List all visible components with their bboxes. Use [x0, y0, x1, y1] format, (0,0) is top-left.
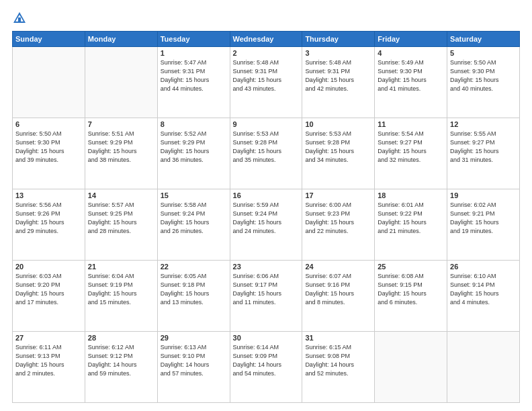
day-number: 4 — [378, 49, 444, 57]
day-number: 7 — [88, 120, 154, 128]
cell-info: Sunrise: 5:55 AM Sunset: 9:27 PM Dayligh… — [450, 130, 517, 165]
day-number: 18 — [378, 191, 444, 199]
calendar-cell: 2Sunrise: 5:48 AM Sunset: 9:31 PM Daylig… — [230, 47, 302, 118]
cell-info: Sunrise: 6:13 AM Sunset: 9:10 PM Dayligh… — [161, 343, 227, 378]
calendar-cell: 20Sunrise: 6:03 AM Sunset: 9:20 PM Dayli… — [13, 261, 85, 332]
cell-info: Sunrise: 6:08 AM Sunset: 9:15 PM Dayligh… — [378, 272, 444, 307]
day-number: 21 — [88, 263, 154, 271]
day-header: Sunday — [13, 32, 85, 47]
calendar-cell: 26Sunrise: 6:10 AM Sunset: 9:14 PM Dayli… — [447, 261, 520, 332]
calendar-cell: 9Sunrise: 5:53 AM Sunset: 9:28 PM Daylig… — [230, 118, 302, 189]
calendar-cell: 3Sunrise: 5:48 AM Sunset: 9:31 PM Daylig… — [302, 47, 375, 118]
logo — [12, 11, 28, 26]
calendar-cell: 31Sunrise: 6:15 AM Sunset: 9:08 PM Dayli… — [302, 332, 375, 403]
day-header: Thursday — [302, 32, 375, 47]
calendar-cell: 15Sunrise: 5:58 AM Sunset: 9:24 PM Dayli… — [157, 189, 230, 261]
calendar-cell: 14Sunrise: 5:57 AM Sunset: 9:25 PM Dayli… — [85, 189, 157, 261]
calendar-cell — [13, 47, 85, 118]
day-number: 12 — [450, 120, 517, 128]
cell-info: Sunrise: 5:49 AM Sunset: 9:30 PM Dayligh… — [378, 58, 444, 93]
day-number: 25 — [378, 263, 444, 271]
calendar-cell: 1Sunrise: 5:47 AM Sunset: 9:31 PM Daylig… — [157, 47, 230, 118]
day-header: Friday — [375, 32, 447, 47]
calendar-cell: 22Sunrise: 6:05 AM Sunset: 9:18 PM Dayli… — [157, 261, 230, 332]
day-header: Tuesday — [157, 32, 230, 47]
cell-info: Sunrise: 6:12 AM Sunset: 9:12 PM Dayligh… — [88, 343, 154, 378]
day-header: Monday — [85, 32, 157, 47]
cell-info: Sunrise: 6:03 AM Sunset: 9:20 PM Dayligh… — [15, 272, 82, 307]
day-header: Saturday — [447, 32, 520, 47]
calendar-cell: 23Sunrise: 6:06 AM Sunset: 9:17 PM Dayli… — [230, 261, 302, 332]
cell-info: Sunrise: 6:01 AM Sunset: 9:22 PM Dayligh… — [378, 201, 444, 236]
day-number: 1 — [161, 49, 227, 57]
calendar-cell: 16Sunrise: 5:59 AM Sunset: 9:24 PM Dayli… — [230, 189, 302, 261]
cell-info: Sunrise: 5:56 AM Sunset: 9:26 PM Dayligh… — [15, 201, 82, 236]
cell-info: Sunrise: 5:58 AM Sunset: 9:24 PM Dayligh… — [161, 201, 227, 236]
calendar-cell: 30Sunrise: 6:14 AM Sunset: 9:09 PM Dayli… — [230, 332, 302, 403]
cell-info: Sunrise: 5:50 AM Sunset: 9:30 PM Dayligh… — [15, 130, 82, 165]
calendar-cell: 19Sunrise: 6:02 AM Sunset: 9:21 PM Dayli… — [447, 189, 520, 261]
day-number: 11 — [378, 120, 444, 128]
day-number: 8 — [161, 120, 227, 128]
cell-info: Sunrise: 6:02 AM Sunset: 9:21 PM Dayligh… — [450, 201, 517, 236]
calendar-cell — [375, 332, 447, 403]
calendar-cell: 21Sunrise: 6:04 AM Sunset: 9:19 PM Dayli… — [85, 261, 157, 332]
cell-info: Sunrise: 6:14 AM Sunset: 9:09 PM Dayligh… — [233, 343, 300, 378]
calendar-cell: 10Sunrise: 5:53 AM Sunset: 9:28 PM Dayli… — [302, 118, 375, 189]
day-number: 24 — [305, 263, 371, 271]
svg-rect-2 — [18, 17, 21, 21]
calendar-cell: 13Sunrise: 5:56 AM Sunset: 9:26 PM Dayli… — [13, 189, 85, 261]
calendar-cell: 18Sunrise: 6:01 AM Sunset: 9:22 PM Dayli… — [375, 189, 447, 261]
day-number: 9 — [233, 120, 300, 128]
calendar-cell: 28Sunrise: 6:12 AM Sunset: 9:12 PM Dayli… — [85, 332, 157, 403]
calendar-cell — [85, 47, 157, 118]
day-number: 13 — [15, 191, 82, 199]
calendar-table: SundayMondayTuesdayWednesdayThursdayFrid… — [12, 31, 520, 403]
page: SundayMondayTuesdayWednesdayThursdayFrid… — [0, 0, 532, 411]
day-number: 14 — [88, 191, 154, 199]
day-number: 6 — [15, 120, 82, 128]
calendar-cell: 27Sunrise: 6:11 AM Sunset: 9:13 PM Dayli… — [13, 332, 85, 403]
calendar-cell: 12Sunrise: 5:55 AM Sunset: 9:27 PM Dayli… — [447, 118, 520, 189]
calendar-cell: 4Sunrise: 5:49 AM Sunset: 9:30 PM Daylig… — [375, 47, 447, 118]
cell-info: Sunrise: 6:06 AM Sunset: 9:17 PM Dayligh… — [233, 272, 300, 307]
day-number: 16 — [233, 191, 300, 199]
cell-info: Sunrise: 6:10 AM Sunset: 9:14 PM Dayligh… — [450, 272, 517, 307]
calendar-cell: 5Sunrise: 5:50 AM Sunset: 9:30 PM Daylig… — [447, 47, 520, 118]
cell-info: Sunrise: 5:57 AM Sunset: 9:25 PM Dayligh… — [88, 201, 154, 236]
cell-info: Sunrise: 6:11 AM Sunset: 9:13 PM Dayligh… — [15, 343, 82, 378]
cell-info: Sunrise: 6:00 AM Sunset: 9:23 PM Dayligh… — [305, 201, 371, 236]
day-number: 19 — [450, 191, 517, 199]
calendar-cell: 6Sunrise: 5:50 AM Sunset: 9:30 PM Daylig… — [13, 118, 85, 189]
calendar-cell: 11Sunrise: 5:54 AM Sunset: 9:27 PM Dayli… — [375, 118, 447, 189]
header — [12, 11, 520, 26]
day-number: 23 — [233, 263, 300, 271]
cell-info: Sunrise: 5:52 AM Sunset: 9:29 PM Dayligh… — [161, 130, 227, 165]
cell-info: Sunrise: 5:53 AM Sunset: 9:28 PM Dayligh… — [305, 130, 371, 165]
cell-info: Sunrise: 6:04 AM Sunset: 9:19 PM Dayligh… — [88, 272, 154, 307]
cell-info: Sunrise: 6:15 AM Sunset: 9:08 PM Dayligh… — [305, 343, 371, 378]
day-number: 5 — [450, 49, 517, 57]
cell-info: Sunrise: 6:07 AM Sunset: 9:16 PM Dayligh… — [305, 272, 371, 307]
day-number: 10 — [305, 120, 371, 128]
cell-info: Sunrise: 5:51 AM Sunset: 9:29 PM Dayligh… — [88, 130, 154, 165]
calendar-cell — [447, 332, 520, 403]
cell-info: Sunrise: 5:53 AM Sunset: 9:28 PM Dayligh… — [233, 130, 300, 165]
cell-info: Sunrise: 5:48 AM Sunset: 9:31 PM Dayligh… — [233, 58, 300, 93]
day-number: 26 — [450, 263, 517, 271]
day-number: 2 — [233, 49, 300, 57]
day-number: 3 — [305, 49, 371, 57]
logo-icon — [12, 11, 27, 26]
calendar-cell: 8Sunrise: 5:52 AM Sunset: 9:29 PM Daylig… — [157, 118, 230, 189]
calendar-cell: 29Sunrise: 6:13 AM Sunset: 9:10 PM Dayli… — [157, 332, 230, 403]
cell-info: Sunrise: 5:48 AM Sunset: 9:31 PM Dayligh… — [305, 58, 371, 93]
calendar-cell: 25Sunrise: 6:08 AM Sunset: 9:15 PM Dayli… — [375, 261, 447, 332]
day-number: 29 — [161, 334, 227, 342]
cell-info: Sunrise: 5:50 AM Sunset: 9:30 PM Dayligh… — [450, 58, 517, 93]
day-number: 27 — [15, 334, 82, 342]
calendar-cell: 24Sunrise: 6:07 AM Sunset: 9:16 PM Dayli… — [302, 261, 375, 332]
cell-info: Sunrise: 6:05 AM Sunset: 9:18 PM Dayligh… — [161, 272, 227, 307]
day-number: 28 — [88, 334, 154, 342]
cell-info: Sunrise: 5:59 AM Sunset: 9:24 PM Dayligh… — [233, 201, 300, 236]
day-number: 31 — [305, 334, 371, 342]
